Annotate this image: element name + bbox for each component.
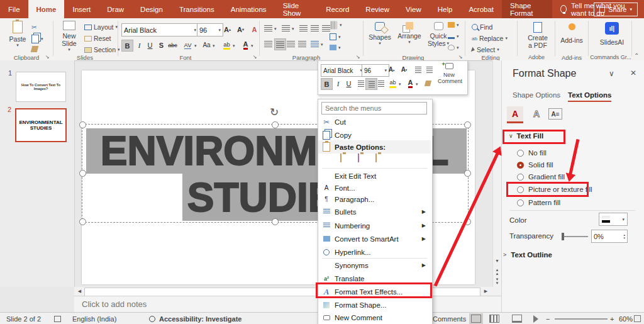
menu-item-convert-to-smartart[interactable]: Convert to SmartArt▶ bbox=[318, 232, 431, 245]
transparency-slider-handle[interactable] bbox=[562, 233, 564, 240]
tab-review[interactable]: Review bbox=[357, 0, 397, 18]
font-size-combo[interactable]: 96 ▾ bbox=[197, 23, 223, 36]
zoom-in-button[interactable]: + bbox=[610, 315, 614, 323]
find-button[interactable]: Find bbox=[472, 23, 492, 31]
mini-format-painter-button[interactable] bbox=[423, 78, 433, 89]
new-slide-button[interactable]: New Slide ▾ bbox=[57, 21, 82, 52]
paste-keep-source-button[interactable] bbox=[340, 154, 355, 169]
create-pdf-button[interactable]: Create a PDF bbox=[523, 22, 552, 49]
zoom-out-button[interactable]: − bbox=[546, 315, 550, 323]
align-right-button[interactable] bbox=[286, 38, 296, 49]
font-color-dropdown-icon[interactable]: ▾ bbox=[251, 43, 253, 48]
scroll-right-button[interactable]: ▶ bbox=[482, 287, 490, 295]
drawing-dialog-launcher[interactable]: ↘ bbox=[457, 54, 464, 60]
notes-placeholder[interactable]: Click to add notes bbox=[74, 296, 501, 312]
radio-gradient-fill[interactable]: Gradient fill bbox=[517, 173, 565, 181]
collapse-ribbon-button[interactable]: ⌃ bbox=[634, 52, 639, 59]
columns-button[interactable] bbox=[309, 38, 320, 49]
mini-highlight-dropdown-icon[interactable]: ▾ bbox=[399, 82, 401, 87]
underline-button[interactable]: U bbox=[145, 40, 155, 50]
mini-increase-indent-button[interactable] bbox=[424, 64, 435, 75]
comments-button[interactable]: Comments bbox=[433, 315, 466, 323]
tab-insert[interactable]: Insert bbox=[64, 0, 99, 18]
notes-icon[interactable] bbox=[54, 316, 61, 322]
tab-record[interactable]: Record bbox=[318, 0, 357, 18]
tab-file[interactable]: File bbox=[0, 0, 28, 18]
font-color-button[interactable]: A bbox=[240, 40, 251, 50]
zoom-slider-track[interactable] bbox=[555, 318, 608, 320]
mini-decrease-indent-button[interactable] bbox=[413, 64, 423, 75]
layout-button[interactable]: Layout▾ bbox=[84, 23, 118, 31]
align-center-button[interactable] bbox=[274, 38, 286, 50]
menu-item-copy[interactable]: Copy bbox=[318, 128, 431, 142]
thumbnail-slide-2[interactable]: ENVIRONMENTAL STUDIES bbox=[15, 108, 67, 142]
text-fill-section-header[interactable]: ∨ Text Fill bbox=[509, 132, 543, 140]
font-name-combo[interactable]: Arial Black ▾ bbox=[121, 23, 199, 36]
shape-effects-button[interactable]: ▾ bbox=[448, 45, 459, 50]
copy-button[interactable]: ▾ bbox=[31, 35, 43, 43]
tab-help[interactable]: Help bbox=[430, 0, 461, 18]
transparency-value-input[interactable]: 0% ▴▾ bbox=[591, 230, 628, 243]
view-reading-button[interactable] bbox=[512, 315, 522, 323]
previous-slide-button[interactable]: ▲▲ bbox=[493, 268, 501, 276]
resize-handle-top-center[interactable] bbox=[272, 121, 279, 128]
italic-button[interactable]: I bbox=[134, 40, 145, 50]
bullets-dropdown-icon[interactable]: ▾ bbox=[274, 26, 277, 31]
mini-italic-button[interactable]: I bbox=[333, 78, 343, 89]
mini-bold-button[interactable]: B bbox=[321, 78, 333, 90]
text-fill-outline-pane-icon[interactable]: A bbox=[507, 106, 523, 123]
addins-button[interactable]: Add-ins bbox=[558, 23, 585, 44]
resize-handle-mid-left[interactable] bbox=[79, 170, 86, 177]
mini-shrink-font-button[interactable]: A▾ bbox=[399, 64, 409, 75]
panel-close-icon[interactable]: ✕ bbox=[630, 69, 636, 77]
increase-indent-button[interactable] bbox=[309, 23, 320, 33]
numbering-dropdown-icon[interactable]: ▾ bbox=[292, 26, 294, 31]
mini-font-color-button[interactable]: A bbox=[405, 78, 416, 89]
radio-picture-texture-fill[interactable]: Picture or texture fill bbox=[517, 186, 592, 193]
bullets-button[interactable] bbox=[263, 23, 274, 33]
justify-button[interactable] bbox=[297, 38, 308, 49]
tab-slide-show[interactable]: Slide Show bbox=[275, 0, 318, 18]
cut-button[interactable]: ✂ bbox=[31, 23, 37, 31]
menu-item-synonyms[interactable]: Synonyms▶ bbox=[318, 259, 431, 272]
tab-shape-options[interactable]: Shape Options bbox=[513, 91, 560, 99]
menu-item-format-text-effects[interactable]: AFormat Text Effects... bbox=[318, 285, 431, 298]
shape-outline-button[interactable]: ▾ bbox=[448, 33, 459, 39]
radio-no-fill[interactable]: No fill bbox=[517, 149, 547, 157]
share-button[interactable]: Share ▾ bbox=[594, 3, 638, 16]
scroll-left-button[interactable]: ◀ bbox=[75, 287, 84, 295]
radio-pattern-fill[interactable]: Pattern fill bbox=[517, 199, 560, 206]
shadow-button[interactable]: S bbox=[156, 40, 167, 50]
tab-acrobat[interactable]: Acrobat bbox=[460, 0, 502, 18]
resize-handle-bottom-right[interactable] bbox=[464, 218, 471, 225]
view-slideshow-button[interactable] bbox=[533, 315, 538, 323]
next-slide-button[interactable]: ▼▼ bbox=[493, 277, 501, 286]
format-painter-button[interactable] bbox=[31, 46, 38, 52]
scroll-down-button[interactable]: ▼ bbox=[493, 257, 501, 265]
vertical-scrollbar[interactable] bbox=[492, 60, 502, 287]
slidesai-button[interactable]: ıl| SlidesAI bbox=[596, 22, 628, 46]
text-effects-pane-icon[interactable]: A bbox=[528, 106, 545, 121]
language-indicator[interactable]: English (India) bbox=[72, 315, 116, 323]
paste-picture-button[interactable] bbox=[357, 154, 372, 169]
mini-highlight-button[interactable]: ab bbox=[387, 78, 398, 89]
resize-handle-bottom-left[interactable] bbox=[79, 218, 86, 225]
resize-handle-bottom-center[interactable] bbox=[272, 218, 279, 225]
menu-item-new-comment[interactable]: New Comment bbox=[318, 311, 431, 324]
tab-design[interactable]: Design bbox=[132, 0, 171, 18]
resize-handle-top-left[interactable] bbox=[79, 121, 86, 128]
character-spacing-button[interactable]: AV bbox=[182, 40, 193, 50]
menu-item-cut[interactable]: ✂Cut bbox=[318, 115, 431, 128]
strikethrough-button[interactable]: abc bbox=[167, 40, 178, 50]
tab-animations[interactable]: Animations bbox=[223, 0, 275, 18]
menu-item-numbering[interactable]: Numbering▶ bbox=[318, 219, 431, 232]
horizontal-scrollbar[interactable]: ◀ ▶ bbox=[74, 287, 501, 296]
menu-item-paragraph[interactable]: ¶Paragraph... bbox=[318, 193, 431, 206]
transparency-spin-down-icon[interactable]: ▾ bbox=[623, 237, 625, 240]
mini-font-color-dropdown-icon[interactable]: ▾ bbox=[416, 82, 418, 87]
font-dialog-launcher[interactable]: ↘ bbox=[252, 54, 258, 60]
text-highlight-color-button[interactable]: ab bbox=[221, 40, 232, 50]
menu-item-translate[interactable]: a²Translate bbox=[318, 272, 431, 285]
change-case-button[interactable]: Aa bbox=[201, 40, 212, 50]
resize-handle-mid-right[interactable] bbox=[464, 170, 471, 177]
